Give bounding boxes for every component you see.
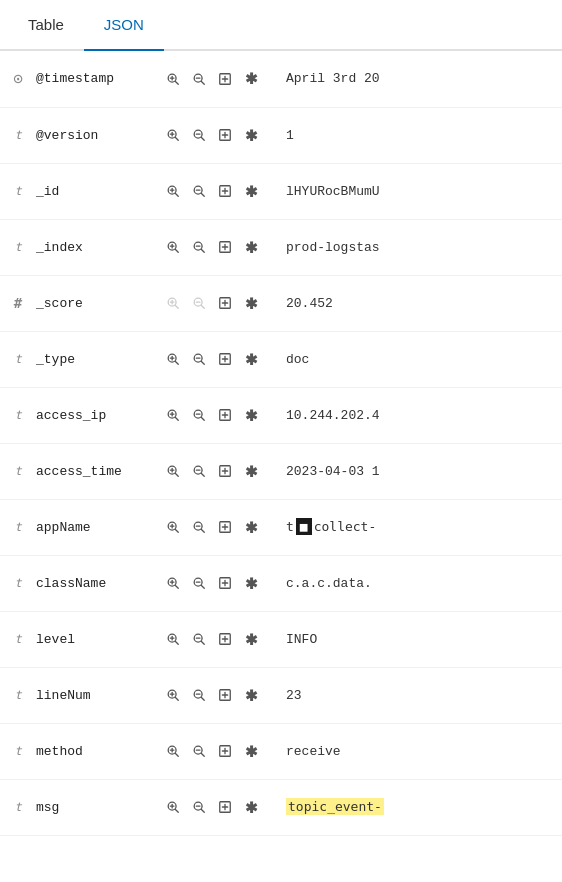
zoom-out-button[interactable] xyxy=(188,68,210,90)
zoom-out-button[interactable] xyxy=(188,460,210,482)
expand-button[interactable] xyxy=(214,236,236,258)
field-name: _type xyxy=(28,331,158,387)
field-actions: ✱ xyxy=(158,499,278,555)
field-type-icon: t xyxy=(0,611,28,667)
tab-bar: Table JSON xyxy=(0,0,562,51)
field-type-icon: t xyxy=(0,387,28,443)
filter-button[interactable]: ✱ xyxy=(240,292,262,314)
field-value: receive xyxy=(278,723,562,779)
expand-button[interactable] xyxy=(214,572,236,594)
field-name: lineNum xyxy=(28,667,158,723)
expand-button[interactable] xyxy=(214,460,236,482)
field-actions: ✱ xyxy=(158,107,278,163)
svg-line-15 xyxy=(201,137,204,140)
zoom-in-button[interactable] xyxy=(162,684,184,706)
filter-button[interactable]: ✱ xyxy=(240,124,262,146)
field-name: access_ip xyxy=(28,387,158,443)
filter-button[interactable]: ✱ xyxy=(240,68,262,90)
filter-button[interactable]: ✱ xyxy=(240,628,262,650)
expand-button[interactable] xyxy=(214,796,236,818)
field-type-icon: t xyxy=(0,219,28,275)
zoom-in-button[interactable] xyxy=(162,460,184,482)
field-name: access_time xyxy=(28,443,158,499)
field-value: lHYURocBMumU xyxy=(278,163,562,219)
zoom-in-button[interactable] xyxy=(162,740,184,762)
svg-line-21 xyxy=(175,193,178,196)
zoom-out-button[interactable] xyxy=(188,180,210,202)
zoom-in-button[interactable] xyxy=(162,796,184,818)
field-type-icon: t xyxy=(0,331,28,387)
zoom-out-button[interactable] xyxy=(188,796,210,818)
field-type-icon: t xyxy=(0,443,28,499)
table-row: t_id ✱lHYURocBMumU xyxy=(0,163,562,219)
filter-button[interactable]: ✱ xyxy=(240,796,262,818)
field-name: _index xyxy=(28,219,158,275)
expand-button[interactable] xyxy=(214,124,236,146)
field-actions: ✱ xyxy=(158,219,278,275)
expand-button[interactable] xyxy=(214,404,236,426)
filter-button[interactable]: ✱ xyxy=(240,740,262,762)
zoom-in-button[interactable] xyxy=(162,572,184,594)
zoom-out-button[interactable] xyxy=(188,628,210,650)
svg-line-91 xyxy=(175,585,178,588)
svg-line-71 xyxy=(175,473,178,476)
field-value: 23 xyxy=(278,667,562,723)
zoom-out-button[interactable] xyxy=(188,516,210,538)
tab-table[interactable]: Table xyxy=(8,0,84,51)
table-row: #_score ✱20.452 xyxy=(0,275,562,331)
zoom-in-button[interactable] xyxy=(162,236,184,258)
filter-button[interactable]: ✱ xyxy=(240,404,262,426)
expand-button[interactable] xyxy=(214,348,236,370)
zoom-out-button[interactable] xyxy=(188,740,210,762)
field-actions: ✱ xyxy=(158,723,278,779)
expand-button[interactable] xyxy=(214,68,236,90)
svg-line-55 xyxy=(201,361,204,364)
svg-line-121 xyxy=(175,753,178,756)
table-row: tmethod ✱receive xyxy=(0,723,562,779)
table-row: ⊙@timestamp ✱April 3rd 20 xyxy=(0,51,562,107)
zoom-out-button[interactable] xyxy=(188,404,210,426)
zoom-in-button[interactable] xyxy=(162,404,184,426)
filter-button[interactable]: ✱ xyxy=(240,684,262,706)
field-name: _id xyxy=(28,163,158,219)
svg-line-131 xyxy=(175,809,178,812)
expand-button[interactable] xyxy=(214,180,236,202)
zoom-in-button[interactable] xyxy=(162,124,184,146)
field-value: 10.244.202.4 xyxy=(278,387,562,443)
filter-button[interactable]: ✱ xyxy=(240,236,262,258)
zoom-out-button[interactable] xyxy=(188,124,210,146)
zoom-in-button[interactable] xyxy=(162,180,184,202)
zoom-out-button[interactable] xyxy=(188,348,210,370)
table-row: tappName ✱t■collect- xyxy=(0,499,562,555)
field-value: topic_event- xyxy=(278,779,562,835)
zoom-in-button[interactable] xyxy=(162,628,184,650)
zoom-out-button[interactable] xyxy=(188,236,210,258)
filter-button[interactable]: ✱ xyxy=(240,180,262,202)
svg-line-105 xyxy=(201,641,204,644)
expand-button[interactable] xyxy=(214,516,236,538)
zoom-in-button[interactable] xyxy=(162,516,184,538)
zoom-in-button[interactable] xyxy=(162,348,184,370)
zoom-in-button[interactable] xyxy=(162,68,184,90)
expand-button[interactable] xyxy=(214,628,236,650)
field-value: INFO xyxy=(278,611,562,667)
svg-line-125 xyxy=(201,753,204,756)
field-actions: ✱ xyxy=(158,667,278,723)
expand-button[interactable] xyxy=(214,684,236,706)
svg-line-81 xyxy=(175,529,178,532)
field-name: _score xyxy=(28,275,158,331)
filter-button[interactable]: ✱ xyxy=(240,516,262,538)
zoom-out-button[interactable] xyxy=(188,684,210,706)
tab-json[interactable]: JSON xyxy=(84,0,164,51)
expand-button[interactable] xyxy=(214,740,236,762)
svg-line-65 xyxy=(201,417,204,420)
filter-button[interactable]: ✱ xyxy=(240,460,262,482)
field-value: prod-logstas xyxy=(278,219,562,275)
field-table: ⊙@timestamp ✱April 3rd 20t@version ✱1t_i… xyxy=(0,51,562,836)
field-actions: ✱ xyxy=(158,331,278,387)
zoom-out-button[interactable] xyxy=(188,572,210,594)
filter-button[interactable]: ✱ xyxy=(240,572,262,594)
expand-button[interactable] xyxy=(214,292,236,314)
filter-button[interactable]: ✱ xyxy=(240,348,262,370)
svg-line-95 xyxy=(201,585,204,588)
